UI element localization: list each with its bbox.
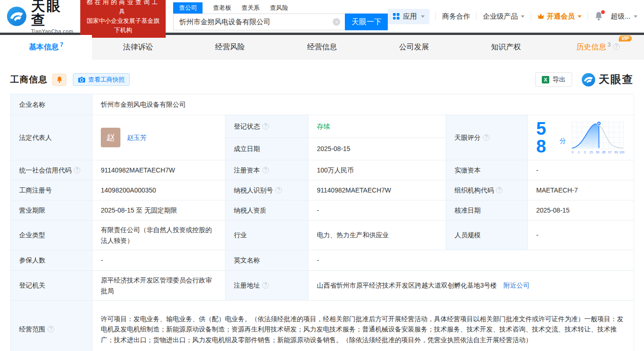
field-label: 登记状态	[225, 115, 308, 138]
tianyancha-logo[interactable]: 天眼查 TianYanCha.com	[7, 0, 75, 34]
legal-rep-link[interactable]: 赵玉芳	[127, 132, 147, 143]
field-label: 英文名称	[225, 250, 308, 271]
search-tab-relation[interactable]: 查关系	[241, 2, 259, 14]
legal-rep-avatar[interactable]: 赵	[101, 128, 120, 147]
caret-down-icon	[578, 15, 581, 18]
svg-text:99: 99	[615, 151, 618, 154]
nav-user[interactable]: 超级...	[610, 12, 637, 21]
score-value: 58	[536, 120, 555, 155]
tab-operating-info[interactable]: 经营信息	[276, 35, 368, 60]
company-search-input[interactable]	[173, 14, 345, 30]
nav-apps-label: 应用	[403, 12, 417, 21]
table-row: 参保人数 - 英文名称 -	[11, 250, 634, 271]
field-value: 91140982MAETAECH7W	[92, 160, 225, 180]
section-header: 工商信息 查看工商快照 X 导出	[10, 72, 634, 87]
vip-badge: VIP	[619, 35, 632, 41]
svg-text:50: 50	[596, 151, 600, 154]
slogan-banner: 都在用的商业查询工具 国家中小企业发展子基金旗下机构	[80, 0, 166, 38]
help-icon[interactable]	[262, 282, 269, 289]
tab-legal-label: 法律诉讼	[123, 42, 153, 52]
help-icon[interactable]	[613, 43, 620, 50]
field-label: 人员规模	[446, 220, 528, 250]
main-content: 工商信息 查看工商快照 X 导出	[0, 72, 644, 351]
nav-enterprise-label: 企业级产品	[483, 12, 518, 21]
field-label: 营业期限	[11, 200, 92, 220]
field-label: 工商注册号	[11, 180, 92, 200]
table-row: 登记机关 原平经济技术开发区管理委员会行政审批局 注册地址 山西省忻州市原平经济…	[11, 271, 634, 301]
address-value: 山西省忻州市原平经济技术开发区跨越大道双创孵化基地3号楼	[317, 282, 497, 289]
field-label: 行业	[225, 220, 308, 250]
tab-company-development[interactable]: 公司发展	[368, 35, 460, 60]
field-value: 14098200A000350	[92, 180, 225, 200]
logo-text: 天眼查	[31, 0, 74, 27]
excel-icon: X	[542, 76, 549, 83]
field-value: -	[308, 200, 446, 220]
help-icon[interactable]	[275, 187, 282, 193]
tab-intellectual-property[interactable]: 知识产权	[460, 35, 552, 60]
help-icon[interactable]	[262, 167, 269, 173]
subscribe-bell-button[interactable]	[52, 74, 66, 86]
help-icon[interactable]	[262, 123, 269, 130]
tab-history-info[interactable]: VIP 历史信息 3	[552, 35, 644, 60]
nav-vip[interactable]: 开通会员	[537, 12, 581, 21]
nav-business-cooperation[interactable]: 商务合作	[442, 12, 470, 21]
tab-basic-info[interactable]: 基本信息 7	[0, 35, 92, 60]
snapshot-button[interactable]: 查看工商快照	[73, 73, 130, 86]
field-value: -	[92, 250, 225, 271]
business-info-table: 企业名称 忻州市金朔风电设备有限公司 法定代表人 赵 赵玉芳 登记状态 存续 天…	[10, 94, 634, 351]
logo-swirl-icon	[7, 6, 27, 27]
field-value: 91140982MAETAECH7W	[308, 180, 446, 200]
field-value: 2025-08-15	[528, 200, 634, 220]
svg-text:0: 0	[572, 151, 574, 154]
field-label: 企业名称	[11, 94, 92, 115]
help-icon[interactable]	[483, 134, 490, 141]
search-tab-boss[interactable]: 查老板	[213, 2, 231, 14]
table-row: 统一社会信用代码 91140982MAETAECH7W 注册资本 100万人民币…	[11, 160, 634, 180]
help-icon[interactable]	[74, 167, 80, 173]
export-button[interactable]: X 导出	[535, 72, 572, 87]
legal-rep-cell: 赵 赵玉芳	[92, 115, 225, 160]
field-label: 注册资本	[225, 160, 308, 180]
table-row: 工商注册号 14098200A000350 纳税人识别号 91140982MAE…	[11, 180, 634, 200]
watermark-text: 天眼查	[599, 72, 634, 87]
search-tabs: 查公司 查老板 查关系 查风险	[173, 2, 388, 14]
field-label: 实缴资本	[446, 160, 528, 180]
field-value: 2025-08-15 至 无固定期限	[92, 200, 225, 220]
tab-basic-count: 7	[60, 41, 63, 48]
nav-user-label: 超级...	[610, 12, 630, 21]
bell-icon	[56, 76, 63, 83]
address-cell: 山西省忻州市原平经济技术开发区跨越大道双创孵化基地3号楼 附近公司	[308, 271, 634, 301]
field-label: 组织机构代码	[446, 180, 528, 200]
tab-operating-risk[interactable]: 经营风险	[184, 35, 276, 60]
tab-legal[interactable]: 法律诉讼	[92, 35, 184, 60]
svg-text:3: 3	[584, 151, 586, 154]
search-button[interactable]: 天眼一下	[345, 14, 388, 30]
field-label: 企业类型	[11, 220, 92, 250]
svg-text:1: 1	[578, 151, 580, 154]
field-label: 核准日期	[446, 200, 528, 220]
export-button-label: 导出	[553, 76, 566, 84]
score-distribution-chart: 0 1 3 15 50 85 97 99 100	[571, 119, 625, 156]
field-value: 原平经济技术开发区管理委员会行政审批局	[92, 271, 225, 301]
field-label: 经营范围	[11, 301, 92, 351]
site-header: 天眼查 TianYanCha.com 都在用的商业查询工具 国家中小企业发展子基…	[0, 0, 644, 33]
nearby-companies-link[interactable]: 附近公司	[504, 282, 530, 289]
search-tab-company[interactable]: 查公司	[173, 2, 203, 14]
nav-apps[interactable]: 应用	[388, 9, 429, 24]
field-value: 100万人民币	[308, 160, 446, 180]
field-label: 登记机关	[11, 271, 92, 301]
nav-divider	[531, 13, 531, 20]
camera-icon	[78, 76, 85, 83]
search-tab-risk[interactable]: 查风险	[270, 2, 288, 14]
help-icon[interactable]	[496, 187, 503, 193]
company-name-value: 忻州市金朔风电设备有限公司	[92, 94, 634, 115]
score-unit: 分	[560, 136, 566, 146]
svg-text:85: 85	[602, 151, 606, 154]
notification-bell-button[interactable]	[594, 11, 604, 21]
field-label: 法定代表人	[11, 115, 92, 160]
logo-swirl-icon	[581, 73, 595, 87]
nav-divider	[476, 13, 476, 20]
nav-enterprise-products[interactable]: 企业级产品	[483, 12, 525, 21]
help-icon[interactable]	[48, 326, 54, 332]
score-pin-icon	[597, 121, 601, 125]
